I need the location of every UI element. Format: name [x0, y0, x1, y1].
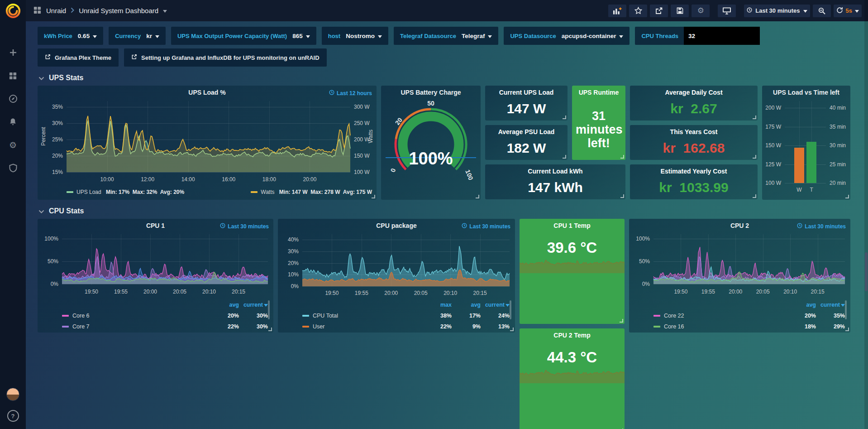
save-button[interactable] — [671, 5, 689, 17]
legend-row: Core 620%30% — [62, 310, 268, 321]
legend-series-name[interactable]: UPS Load — [76, 189, 101, 195]
x-axis-tick: 14:00 — [174, 176, 203, 183]
variable-value-dropdown[interactable]: apcupsd-container — [562, 33, 624, 39]
add-panel-button[interactable] — [608, 5, 626, 17]
sidebar-item-server-admin[interactable] — [8, 163, 18, 173]
refresh-interval-label[interactable]: 5s — [846, 7, 852, 14]
sidebar-item-alerting[interactable] — [8, 117, 18, 127]
legend-series-name[interactable]: Core 6 — [72, 313, 90, 319]
apps-grid-icon[interactable] — [33, 6, 42, 16]
panel-time-range[interactable]: Last 30 minutes — [220, 223, 269, 230]
variable-label: Currency — [115, 33, 141, 39]
dashboard-link[interactable]: Grafana Plex Theme — [38, 48, 119, 67]
legend-column-header[interactable]: current — [481, 302, 510, 308]
window-scrollbar[interactable] — [864, 0, 868, 429]
chart-plot-area — [67, 101, 350, 172]
user-avatar[interactable] — [6, 388, 19, 401]
panel-title[interactable]: UPS Load vs Time left — [762, 89, 850, 96]
caret-down-icon — [378, 33, 382, 39]
legend-header-row: maxavgcurrent — [302, 299, 510, 310]
caret-down-icon — [93, 33, 97, 39]
y-axis-tick: 300 W — [354, 104, 370, 110]
variable-value-dropdown[interactable]: 865 — [292, 33, 310, 39]
legend-column-header[interactable]: current — [239, 302, 268, 308]
panel-time-range[interactable]: Last 30 minutes — [462, 223, 510, 230]
sidebar-item-explore[interactable] — [8, 94, 18, 104]
zoom-out-button[interactable] — [813, 5, 831, 17]
sidebar-item-configuration[interactable]: ⚙ — [8, 140, 18, 150]
panel-title[interactable]: UPS Battery Charge — [381, 89, 481, 96]
x-axis-tick: 10:00 — [93, 176, 122, 183]
variable-ups-max-output-power-capacity-watt-: UPS Max Output Power Capacity (Watt)865 — [171, 27, 316, 45]
x-axis-tick: 18:00 — [255, 176, 284, 183]
variable-value-dropdown[interactable]: Nostromo — [346, 33, 382, 39]
legend-column-header[interactable]: avg — [787, 302, 816, 308]
sidebar-item-create[interactable] — [8, 48, 18, 58]
legend-column-header[interactable]: current — [816, 302, 845, 308]
stat-panel-title[interactable]: This Years Cost — [630, 128, 758, 135]
sidebar-item-dashboards[interactable] — [8, 71, 18, 81]
variable-value-dropdown[interactable]: 0.65 — [78, 33, 97, 39]
stat-panel-value: 39.6 °C — [520, 240, 625, 256]
gauge-chart: 50 20 0 100 — [386, 99, 476, 183]
gauge-value: 100% — [381, 149, 481, 169]
panel-time-range[interactable]: Last 12 hours — [329, 90, 372, 96]
stat-panel-title[interactable]: CPU 1 Temp — [520, 222, 625, 229]
share-button[interactable] — [650, 5, 668, 17]
stat-panel-title[interactable]: Average Daily Cost — [630, 89, 758, 96]
legend-value: 24% — [481, 313, 510, 319]
stat-panel-title[interactable]: CPU 2 Temp — [520, 332, 625, 339]
breadcrumb-folder[interactable]: Unraid — [46, 7, 66, 14]
settings-button[interactable]: ⚙ — [692, 5, 710, 17]
legend-series-name[interactable]: Core 16 — [664, 323, 684, 330]
legend-series-name[interactable]: Core 7 — [72, 323, 90, 330]
chart-plot-area — [302, 234, 510, 286]
cpu-temp-column: CPU 1 Temp39.6 °CCPU 2 Temp44.3 °C — [520, 219, 625, 429]
dashboard-link[interactable]: Setting up Grafana and InfluxDB for UPS … — [124, 48, 327, 67]
chart-legend: avgcurrentCore 620%30%Core 722%30% — [62, 299, 268, 332]
variable-value-dropdown[interactable]: Telegraf — [462, 33, 492, 39]
caret-down-icon[interactable] — [163, 7, 167, 14]
legend-scrollbar[interactable] — [845, 300, 847, 319]
panel-title[interactable]: UPS Load % — [38, 89, 377, 96]
legend-series-name[interactable]: User — [313, 323, 324, 330]
variable-value-dropdown[interactable]: kr — [146, 33, 159, 39]
legend-series-name[interactable]: Watts — [261, 189, 274, 195]
bar-label: T — [797, 187, 826, 193]
legend-series-name[interactable]: Core 22 — [664, 313, 684, 319]
legend-scrollbar[interactable] — [510, 300, 511, 319]
section-header-ups-stats[interactable]: UPS Stats — [38, 74, 854, 82]
star-button[interactable] — [629, 5, 647, 17]
grafana-logo-icon[interactable] — [5, 0, 21, 21]
x-axis-tick: 20:10 — [195, 289, 224, 295]
section-header-cpu-stats[interactable]: CPU Stats — [38, 207, 854, 215]
y-axis-label: Percent — [40, 127, 47, 145]
stat-panel-title[interactable]: UPS Runtime — [572, 89, 625, 96]
sort-caret-icon — [841, 302, 845, 308]
legend-column-header[interactable]: avg — [452, 302, 481, 308]
stat-panel-title[interactable]: Current Load kWh — [485, 168, 625, 175]
legend-value: 35% — [816, 313, 845, 319]
legend-column-header[interactable]: max — [423, 302, 452, 308]
cycle-view-button[interactable] — [718, 5, 736, 17]
panel-cpu1: CPU 1Last 30 minutes100%50%0%19:5019:552… — [38, 219, 273, 333]
refresh-button[interactable]: 5s — [834, 5, 862, 17]
legend-column-header[interactable]: avg — [210, 302, 239, 308]
breadcrumb-dashboard[interactable]: Unraid System Dashboard — [79, 7, 158, 14]
time-range-picker[interactable]: Last 30 minutes — [744, 5, 810, 17]
help-icon[interactable]: ? — [7, 410, 19, 422]
sidebar: ⚙ ? — [0, 0, 26, 429]
clock-icon — [747, 7, 752, 14]
scrollbar-thumb[interactable] — [865, 252, 868, 291]
legend-series-name[interactable]: CPU Total — [313, 313, 338, 319]
stat-panel-title[interactable]: Estimated Yearly Cost — [630, 168, 758, 175]
legend-row: Core 2220%35% — [653, 310, 845, 321]
stat-cluster: Current UPS Load147 WUPS Runtime31 minut… — [485, 86, 758, 200]
panel-time-range[interactable]: Last 30 minutes — [797, 223, 846, 230]
legend-scrollbar[interactable] — [268, 300, 270, 319]
x-axis-tick: 20:15 — [224, 289, 253, 295]
stat-panel-title[interactable]: Current UPS Load — [485, 89, 568, 96]
x-axis-tick: 20:00 — [295, 176, 324, 183]
stat-panel-title[interactable]: Average PSU Load — [485, 128, 568, 135]
variable-value-input[interactable] — [684, 27, 760, 45]
